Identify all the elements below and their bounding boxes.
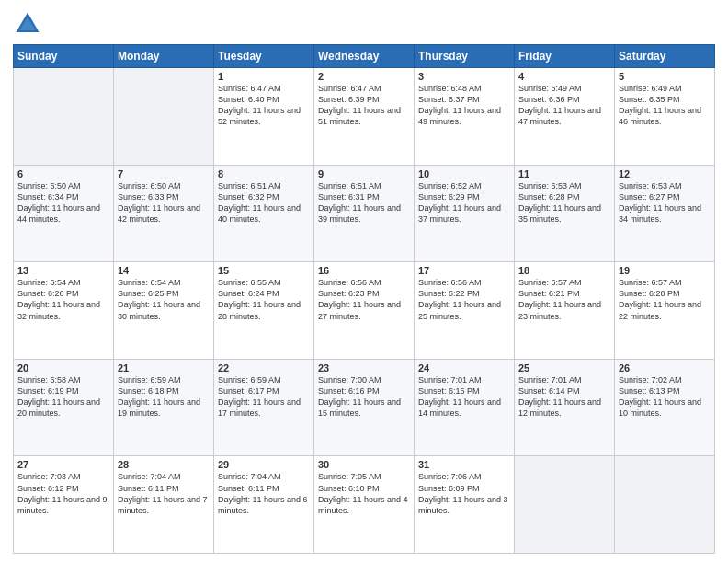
cell-content: Sunrise: 6:47 AM Sunset: 6:39 PM Dayligh… — [318, 83, 410, 128]
day-number: 25 — [518, 362, 610, 373]
day-number: 14 — [118, 265, 210, 276]
calendar-cell: 1Sunrise: 6:47 AM Sunset: 6:40 PM Daylig… — [214, 68, 314, 166]
cell-content: Sunrise: 6:52 AM Sunset: 6:29 PM Dayligh… — [418, 180, 510, 225]
day-number: 3 — [418, 71, 510, 82]
calendar-cell — [515, 456, 615, 554]
cell-content: Sunrise: 7:03 AM Sunset: 6:12 PM Dayligh… — [17, 471, 109, 516]
day-number: 31 — [418, 459, 510, 470]
cell-content: Sunrise: 6:53 AM Sunset: 6:28 PM Dayligh… — [518, 180, 610, 225]
cell-content: Sunrise: 7:02 AM Sunset: 6:13 PM Dayligh… — [619, 374, 711, 419]
calendar-cell: 2Sunrise: 6:47 AM Sunset: 6:39 PM Daylig… — [314, 68, 415, 166]
cell-content: Sunrise: 6:49 AM Sunset: 6:35 PM Dayligh… — [619, 83, 711, 128]
day-number: 1 — [218, 71, 310, 82]
calendar-cell: 4Sunrise: 6:49 AM Sunset: 6:36 PM Daylig… — [515, 68, 615, 166]
calendar-cell: 22Sunrise: 6:59 AM Sunset: 6:17 PM Dayli… — [214, 359, 314, 456]
day-number: 11 — [518, 168, 610, 179]
week-row-4: 20Sunrise: 6:58 AM Sunset: 6:19 PM Dayli… — [14, 359, 715, 456]
cell-content: Sunrise: 6:49 AM Sunset: 6:36 PM Dayligh… — [518, 83, 610, 128]
calendar-cell: 20Sunrise: 6:58 AM Sunset: 6:19 PM Dayli… — [14, 359, 114, 456]
calendar-cell: 30Sunrise: 7:05 AM Sunset: 6:10 PM Dayli… — [314, 456, 415, 554]
calendar-cell: 23Sunrise: 7:00 AM Sunset: 6:16 PM Dayli… — [314, 359, 415, 456]
day-number: 7 — [118, 168, 210, 179]
day-number: 23 — [318, 362, 410, 373]
day-number: 21 — [118, 362, 210, 373]
weekday-sunday: Sunday — [14, 45, 114, 68]
cell-content: Sunrise: 6:55 AM Sunset: 6:24 PM Dayligh… — [218, 277, 310, 322]
day-number: 5 — [619, 71, 711, 82]
logo-icon — [13, 9, 42, 39]
cell-content: Sunrise: 6:47 AM Sunset: 6:40 PM Dayligh… — [218, 83, 310, 128]
day-number: 20 — [17, 362, 109, 373]
week-row-2: 6Sunrise: 6:50 AM Sunset: 6:34 PM Daylig… — [14, 165, 715, 262]
day-number: 4 — [518, 71, 610, 82]
day-number: 29 — [218, 459, 310, 470]
cell-content: Sunrise: 6:59 AM Sunset: 6:18 PM Dayligh… — [118, 374, 210, 419]
day-number: 28 — [118, 459, 210, 470]
cell-content: Sunrise: 6:53 AM Sunset: 6:27 PM Dayligh… — [619, 180, 711, 225]
calendar-cell: 18Sunrise: 6:57 AM Sunset: 6:21 PM Dayli… — [515, 262, 615, 360]
day-number: 17 — [418, 265, 510, 276]
weekday-tuesday: Tuesday — [214, 45, 314, 68]
cell-content: Sunrise: 7:04 AM Sunset: 6:11 PM Dayligh… — [218, 471, 310, 516]
weekday-thursday: Thursday — [415, 45, 515, 68]
day-number: 26 — [619, 362, 711, 373]
calendar-cell: 3Sunrise: 6:48 AM Sunset: 6:37 PM Daylig… — [415, 68, 515, 166]
day-number: 12 — [619, 168, 711, 179]
cell-content: Sunrise: 6:58 AM Sunset: 6:19 PM Dayligh… — [17, 374, 109, 419]
weekday-friday: Friday — [515, 45, 615, 68]
cell-content: Sunrise: 6:59 AM Sunset: 6:17 PM Dayligh… — [218, 374, 310, 419]
calendar-cell: 28Sunrise: 7:04 AM Sunset: 6:11 PM Dayli… — [114, 456, 214, 554]
calendar-cell: 5Sunrise: 6:49 AM Sunset: 6:35 PM Daylig… — [615, 68, 715, 166]
logo — [13, 9, 46, 39]
calendar-cell: 13Sunrise: 6:54 AM Sunset: 6:26 PM Dayli… — [14, 262, 114, 360]
day-number: 16 — [318, 265, 410, 276]
cell-content: Sunrise: 7:06 AM Sunset: 6:09 PM Dayligh… — [418, 471, 510, 516]
day-number: 24 — [418, 362, 510, 373]
weekday-saturday: Saturday — [615, 45, 715, 68]
calendar-cell: 14Sunrise: 6:54 AM Sunset: 6:25 PM Dayli… — [114, 262, 214, 360]
week-row-1: 1Sunrise: 6:47 AM Sunset: 6:40 PM Daylig… — [14, 68, 715, 166]
cell-content: Sunrise: 6:50 AM Sunset: 6:34 PM Dayligh… — [17, 180, 109, 225]
cell-content: Sunrise: 7:01 AM Sunset: 6:15 PM Dayligh… — [418, 374, 510, 419]
calendar-cell: 24Sunrise: 7:01 AM Sunset: 6:15 PM Dayli… — [415, 359, 515, 456]
calendar-cell — [14, 68, 114, 166]
cell-content: Sunrise: 6:48 AM Sunset: 6:37 PM Dayligh… — [418, 83, 510, 128]
day-number: 10 — [418, 168, 510, 179]
calendar-cell: 7Sunrise: 6:50 AM Sunset: 6:33 PM Daylig… — [114, 165, 214, 262]
day-number: 8 — [218, 168, 310, 179]
calendar-cell: 6Sunrise: 6:50 AM Sunset: 6:34 PM Daylig… — [14, 165, 114, 262]
calendar-cell: 9Sunrise: 6:51 AM Sunset: 6:31 PM Daylig… — [314, 165, 415, 262]
calendar-cell: 27Sunrise: 7:03 AM Sunset: 6:12 PM Dayli… — [14, 456, 114, 554]
cell-content: Sunrise: 6:51 AM Sunset: 6:32 PM Dayligh… — [218, 180, 310, 225]
cell-content: Sunrise: 6:57 AM Sunset: 6:21 PM Dayligh… — [518, 277, 610, 322]
calendar-cell: 19Sunrise: 6:57 AM Sunset: 6:20 PM Dayli… — [615, 262, 715, 360]
cell-content: Sunrise: 6:50 AM Sunset: 6:33 PM Dayligh… — [118, 180, 210, 225]
day-number: 2 — [318, 71, 410, 82]
day-number: 15 — [218, 265, 310, 276]
day-number: 6 — [17, 168, 109, 179]
calendar-cell — [114, 68, 214, 166]
calendar-cell: 29Sunrise: 7:04 AM Sunset: 6:11 PM Dayli… — [214, 456, 314, 554]
calendar-cell: 10Sunrise: 6:52 AM Sunset: 6:29 PM Dayli… — [415, 165, 515, 262]
weekday-monday: Monday — [114, 45, 214, 68]
calendar-cell: 21Sunrise: 6:59 AM Sunset: 6:18 PM Dayli… — [114, 359, 214, 456]
calendar-cell: 16Sunrise: 6:56 AM Sunset: 6:23 PM Dayli… — [314, 262, 415, 360]
calendar-cell: 12Sunrise: 6:53 AM Sunset: 6:27 PM Dayli… — [615, 165, 715, 262]
cell-content: Sunrise: 6:57 AM Sunset: 6:20 PM Dayligh… — [619, 277, 711, 322]
calendar-cell — [615, 456, 715, 554]
day-number: 18 — [518, 265, 610, 276]
day-number: 27 — [17, 459, 109, 470]
calendar-cell: 25Sunrise: 7:01 AM Sunset: 6:14 PM Dayli… — [515, 359, 615, 456]
cell-content: Sunrise: 6:54 AM Sunset: 6:26 PM Dayligh… — [17, 277, 109, 322]
day-number: 22 — [218, 362, 310, 373]
page: SundayMondayTuesdayWednesdayThursdayFrid… — [0, 0, 728, 563]
cell-content: Sunrise: 6:51 AM Sunset: 6:31 PM Dayligh… — [318, 180, 410, 225]
week-row-3: 13Sunrise: 6:54 AM Sunset: 6:26 PM Dayli… — [14, 262, 715, 360]
day-number: 9 — [318, 168, 410, 179]
cell-content: Sunrise: 7:00 AM Sunset: 6:16 PM Dayligh… — [318, 374, 410, 419]
calendar-cell: 17Sunrise: 6:56 AM Sunset: 6:22 PM Dayli… — [415, 262, 515, 360]
calendar-cell: 11Sunrise: 6:53 AM Sunset: 6:28 PM Dayli… — [515, 165, 615, 262]
calendar-cell: 26Sunrise: 7:02 AM Sunset: 6:13 PM Dayli… — [615, 359, 715, 456]
day-number: 19 — [619, 265, 711, 276]
week-row-5: 27Sunrise: 7:03 AM Sunset: 6:12 PM Dayli… — [14, 456, 715, 554]
